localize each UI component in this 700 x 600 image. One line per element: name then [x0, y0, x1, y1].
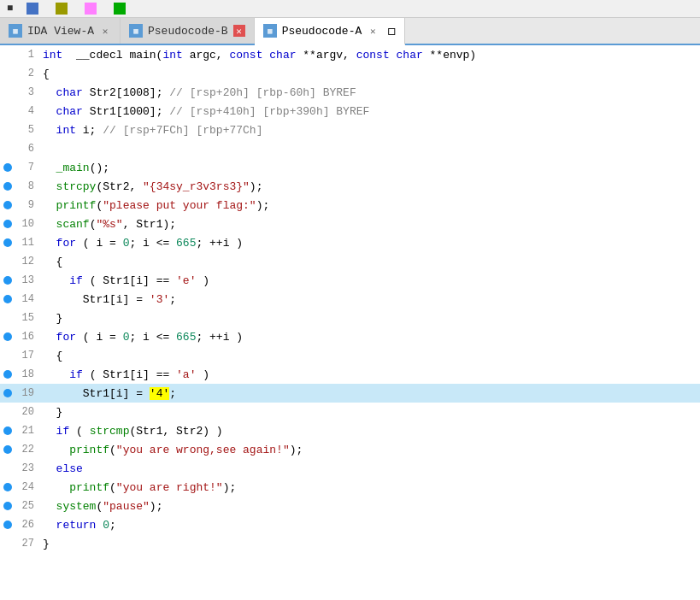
- line-content-11: for ( i = 0; i <= 665; ++i ): [39, 237, 700, 250]
- tab-ida-close[interactable]: ✕: [99, 25, 111, 37]
- line-dot-22: [0, 445, 15, 454]
- breakpoint-dot-8: [3, 182, 12, 191]
- line-dot-16: [0, 332, 15, 341]
- code-line-22: 22 printf("you are wrong,see again!");: [0, 440, 700, 459]
- code-line-25: 25 system("pause");: [0, 497, 700, 515]
- line-number-27: 27: [15, 538, 39, 550]
- line-number-23: 23: [15, 462, 39, 474]
- line-content-12: {: [39, 256, 700, 268]
- line-content-27: }: [39, 538, 700, 550]
- tab-pa-label: Pseudocode-A: [282, 25, 362, 38]
- code-line-2: 2{: [0, 64, 700, 83]
- line-dot-21: [0, 426, 15, 435]
- breakpoint-dot-18: [3, 370, 12, 379]
- line-number-12: 12: [15, 256, 39, 268]
- tab-pseudocode-b[interactable]: ▦ Pseudocode-B ✕: [121, 18, 255, 44]
- tab-pseudocode-a[interactable]: ▦ Pseudocode-A ✕ ◻: [255, 18, 405, 45]
- line-dot-14: [0, 295, 15, 303]
- code-line-16: 16 for ( i = 0; i <= 665; ++i ): [0, 327, 700, 346]
- legend-external: [85, 3, 100, 15]
- line-number-26: 26: [15, 519, 39, 531]
- legend-lumina-box: [114, 3, 126, 15]
- line-content-8: strcpy(Str2, "{34sy_r3v3rs3}");: [39, 180, 700, 193]
- line-dot-10: [0, 220, 15, 228]
- tab-pb-close[interactable]: ✕: [233, 25, 245, 37]
- code-line-19: 19 Str1[i] = '4';: [0, 384, 700, 403]
- line-content-24: printf("you are right!");: [39, 481, 700, 494]
- line-dot-11: [0, 238, 15, 247]
- line-content-5: int i; // [rsp+7FCh] [rbp+77Ch]: [39, 124, 700, 137]
- breakpoint-dot-16: [3, 332, 12, 341]
- breakpoint-dot-11: [3, 238, 12, 247]
- line-number-17: 17: [15, 350, 39, 362]
- line-number-1: 1: [15, 49, 39, 61]
- code-area[interactable]: 1int __cdecl main(int argc, const char *…: [0, 45, 700, 596]
- legend-external-box: [85, 3, 97, 15]
- line-number-4: 4: [15, 105, 39, 117]
- line-number-9: 9: [15, 199, 39, 211]
- legend-unexplored-box: [56, 3, 68, 15]
- breakpoint-dot-26: [3, 521, 12, 529]
- line-number-15: 15: [15, 312, 39, 324]
- legend-icon: ■: [7, 3, 13, 15]
- line-number-13: 13: [15, 274, 39, 286]
- code-line-1: 1int __cdecl main(int argc, const char *…: [0, 45, 700, 64]
- line-number-22: 22: [15, 444, 39, 456]
- breakpoint-dot-7: [3, 163, 12, 172]
- line-number-10: 10: [15, 218, 39, 230]
- tab-bar: ▦ IDA View-A ✕ ▦ Pseudocode-B ✕ ▦ Pseudo…: [0, 18, 700, 45]
- breakpoint-dot-24: [3, 483, 12, 491]
- line-content-19: Str1[i] = '4';: [39, 387, 700, 400]
- line-number-6: 6: [15, 143, 39, 155]
- line-number-7: 7: [15, 162, 39, 174]
- line-content-18: if ( Str1[i] == 'a' ): [39, 368, 700, 381]
- code-line-14: 14 Str1[i] = '3';: [0, 290, 700, 309]
- line-content-22: printf("you are wrong,see again!");: [39, 444, 700, 456]
- line-content-7: _main();: [39, 162, 700, 174]
- line-dot-25: [0, 502, 15, 510]
- tab-pb-icon: ▦: [129, 24, 143, 38]
- line-dot-26: [0, 521, 15, 529]
- line-number-21: 21: [15, 425, 39, 437]
- line-content-20: }: [39, 406, 700, 419]
- line-content-10: scanf("%s", Str1);: [39, 218, 700, 231]
- line-dot-8: [0, 182, 15, 191]
- code-line-13: 13 if ( Str1[i] == 'e' ): [0, 271, 700, 290]
- line-number-14: 14: [15, 293, 39, 305]
- code-line-12: 12 {: [0, 252, 700, 271]
- code-line-15: 15 }: [0, 309, 700, 327]
- line-content-1: int __cdecl main(int argc, const char **…: [39, 49, 700, 62]
- breakpoint-dot-9: [3, 201, 12, 209]
- legend-unexplored: [56, 3, 71, 15]
- breakpoint-dot-22: [3, 445, 12, 454]
- tab-pa-extra: ◻: [387, 22, 396, 39]
- code-line-7: 7 _main();: [0, 158, 700, 177]
- line-content-2: {: [39, 68, 700, 80]
- line-dot-24: [0, 483, 15, 491]
- tab-pa-close[interactable]: ✕: [367, 25, 379, 37]
- legend-lumina: [114, 3, 129, 15]
- code-line-23: 23 else: [0, 459, 700, 478]
- tab-ida-view-a[interactable]: ▦ IDA View-A ✕: [0, 18, 121, 44]
- code-line-17: 17 {: [0, 346, 700, 365]
- breakpoint-dot-19: [3, 389, 12, 397]
- line-content-14: Str1[i] = '3';: [39, 293, 700, 306]
- line-number-16: 16: [15, 331, 39, 343]
- line-number-20: 20: [15, 406, 39, 418]
- code-line-26: 26 return 0;: [0, 515, 700, 534]
- line-content-4: char Str1[1000]; // [rsp+410h] [rbp+390h…: [39, 105, 700, 118]
- legend-bar: ■: [0, 0, 700, 18]
- code-line-10: 10 scanf("%s", Str1);: [0, 215, 700, 233]
- tab-ida-icon: ▦: [9, 24, 22, 38]
- line-content-15: }: [39, 312, 700, 325]
- code-line-8: 8 strcpy(Str2, "{34sy_r3v3rs3}");: [0, 177, 700, 196]
- legend-data-box: [26, 3, 38, 15]
- line-content-3: char Str2[1008]; // [rsp+20h] [rbp-60h] …: [39, 86, 700, 99]
- tab-pa-icon: ▦: [263, 24, 277, 38]
- line-dot-7: [0, 163, 15, 172]
- line-number-2: 2: [15, 68, 39, 79]
- line-number-24: 24: [15, 481, 39, 493]
- line-number-5: 5: [15, 124, 39, 136]
- line-content-13: if ( Str1[i] == 'e' ): [39, 274, 700, 287]
- code-line-18: 18 if ( Str1[i] == 'a' ): [0, 365, 700, 384]
